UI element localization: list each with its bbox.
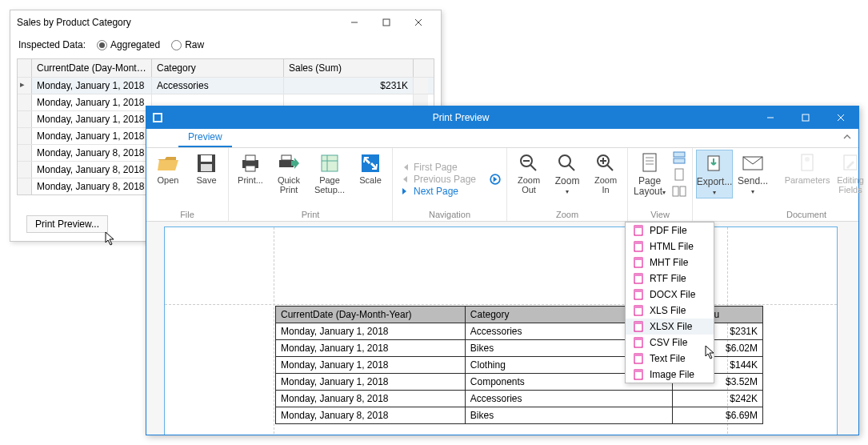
single-page-icon[interactable] [670,166,689,182]
radio-raw[interactable]: Raw [171,39,204,50]
send-button[interactable]: Send...▾ [734,150,771,197]
file-icon [632,225,645,236]
svg-rect-61 [634,322,642,324]
svg-rect-49 [634,226,642,228]
inspected-label: Inspected Data: [18,39,86,50]
tab-preview[interactable]: Preview [178,128,232,147]
svg-rect-14 [246,155,255,161]
parameters-button[interactable]: Parameters [784,150,830,187]
open-button[interactable]: Open [150,150,186,187]
minimize-button[interactable] [753,106,788,129]
svg-line-24 [530,165,536,170]
nav-mini-list: First Page Previous Page Next Page [396,160,479,198]
file-icon [632,353,645,364]
open-folder-icon [154,151,182,175]
maximize-button[interactable] [788,106,823,129]
export-dropdown[interactable]: PDF FileHTML FileMHT FileRTF FileDOCX Fi… [625,222,714,383]
ribbon-collapse-icon[interactable] [842,132,852,142]
firstpage-icon [399,162,410,172]
file-icon [632,289,645,300]
svg-rect-51 [634,242,642,244]
page-setup-button[interactable]: Page Setup... [309,150,350,196]
table-row[interactable]: Monday, January 1, 2018 Accessories $231… [18,77,434,94]
export-menu-item[interactable]: XLS File [626,303,714,319]
radio-aggregated[interactable]: Aggregated [97,39,160,50]
col-category[interactable]: Category [152,59,284,77]
col-date[interactable]: CurrentDate (Day-Month... [32,59,152,77]
zoom-button[interactable]: Zoom▾ [549,150,586,197]
printer-icon [237,151,264,175]
zoom-in-button[interactable]: Zoom In [587,150,624,196]
win2-title: Print Preview [169,112,753,123]
app-icon [146,111,169,124]
svg-rect-12 [201,164,212,171]
col-sales[interactable]: Sales (Sum) [284,59,414,77]
svg-rect-57 [634,290,642,292]
export-menu-item[interactable]: CSV File [626,335,714,351]
file-icon [632,321,645,332]
svg-line-29 [607,165,613,170]
grid-header: CurrentDate (Day-Month... Category Sales… [18,59,434,77]
svg-rect-40 [680,186,686,196]
export-menu-item[interactable]: MHT File [626,255,714,271]
lastpage-icon[interactable] [490,174,501,185]
minimize-button[interactable] [338,11,370,34]
svg-point-26 [559,155,570,166]
svg-rect-67 [634,370,642,372]
export-menu-item[interactable]: DOCX File [626,287,714,303]
document-area[interactable]: CurrentDate (Day-Month-Year) Category Sa… [146,222,858,435]
file-icon [632,305,645,316]
maximize-button[interactable] [370,11,402,34]
print-preview-window: Print Preview Preview Open Save File [146,106,859,435]
editing-fields-button[interactable]: Editing Fields [832,150,868,196]
svg-rect-32 [643,154,656,171]
group-file: Open Save File [146,148,229,221]
svg-rect-15 [246,166,255,171]
export-menu-item[interactable]: XLSX File [626,319,714,335]
scale-button[interactable]: Scale [352,150,389,187]
first-page-button[interactable]: First Page [399,162,476,173]
quick-print-button[interactable]: Quick Print [270,150,307,196]
table-row: Monday, January 8, 2018Accessories$242K [276,391,763,407]
group-navigation: First Page Previous Page Next Page Navig… [393,148,507,221]
export-button[interactable]: Export...▾ [696,150,733,198]
doc-col-date: CurrentDate (Day-Month-Year) [276,307,466,323]
close-button[interactable] [402,11,434,34]
svg-rect-18 [322,155,338,171]
svg-rect-7 [802,114,809,121]
svg-rect-63 [634,338,642,340]
svg-point-44 [805,157,810,162]
page: CurrentDate (Day-Month-Year) Category Sa… [164,227,838,435]
svg-line-27 [569,165,574,170]
svg-rect-55 [634,274,642,276]
page-layout-button[interactable]: Page Layout▾ [631,150,668,198]
nextpage-icon [399,186,410,196]
export-menu-item[interactable]: PDF File [626,222,714,239]
zoom-out-button[interactable]: Zoom Out [510,150,547,196]
svg-rect-38 [675,169,683,180]
export-menu-item[interactable]: HTML File [626,239,714,255]
page-layout-icon [636,151,663,175]
win1-title: Sales by Product Category [17,17,338,28]
save-icon [193,151,220,175]
next-page-button[interactable]: Next Page [399,186,476,197]
two-page-icon[interactable] [670,183,689,199]
group-view: Page Layout▾ View [628,148,693,221]
file-icon [632,241,645,252]
zoom-out-icon [515,151,542,175]
export-menu-item[interactable]: RTF File [626,271,714,287]
close-button[interactable] [823,106,858,129]
svg-rect-39 [673,186,678,196]
page-setup-icon [316,151,343,175]
svg-rect-11 [201,155,212,162]
export-menu-item[interactable]: Text File [626,351,714,367]
continuous-view-icon[interactable] [670,150,689,166]
save-button[interactable]: Save [188,150,225,187]
svg-rect-53 [634,258,642,260]
ribbon-tabs: Preview [146,129,858,148]
file-icon [632,273,645,284]
print-button[interactable]: Print... [232,150,269,187]
previous-page-button[interactable]: Previous Page [399,174,476,185]
export-menu-item[interactable]: Image File [626,367,714,383]
print-preview-button[interactable]: Print Preview... [26,215,108,233]
